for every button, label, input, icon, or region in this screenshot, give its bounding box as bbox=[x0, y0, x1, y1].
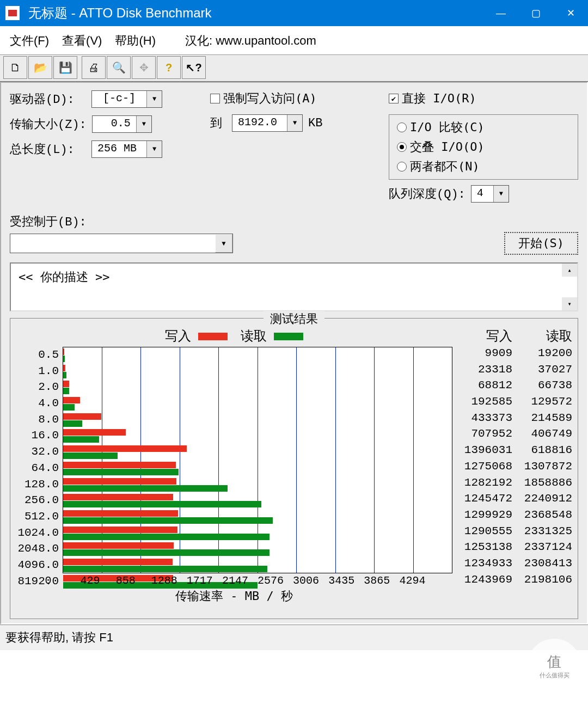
toolbar: 🗋 📂 💾 🖨 🔍 ✥ ? ↖? bbox=[0, 54, 588, 82]
chart-row: 1024.0 bbox=[63, 525, 452, 542]
value-row: 12349332308413 bbox=[452, 557, 572, 573]
help-icon[interactable]: ? bbox=[157, 56, 181, 79]
value-row: 12905552331325 bbox=[452, 525, 572, 541]
value-row: 12750681307872 bbox=[452, 460, 572, 476]
menubar: 文件(F) 查看(V) 帮助(H) 汉化: www.upantool.com bbox=[0, 26, 588, 54]
overlapped-io-radio[interactable]: 交叠 I/O(O) bbox=[397, 139, 485, 155]
chart-row: 512.0 bbox=[63, 509, 452, 525]
force-write-checkbox[interactable]: 强制写入访问(A) bbox=[210, 90, 317, 107]
value-row: 707952406749 bbox=[452, 427, 572, 444]
x-axis: 042985812881717214725763006343538654294 bbox=[63, 574, 452, 587]
transfer-size-label: 传输大小(Z): bbox=[10, 116, 87, 132]
values-column: 9909192002331837027688126673819258512957… bbox=[452, 347, 572, 604]
print-icon[interactable]: 🖨 bbox=[82, 56, 106, 79]
total-length-combo[interactable]: 256 MB ▼ bbox=[91, 140, 162, 158]
value-row: 12531382337124 bbox=[452, 541, 572, 557]
value-row: 12821921858886 bbox=[452, 476, 572, 493]
x-axis-label: 传输速率 - MB / 秒 bbox=[16, 588, 452, 604]
chart-row: 16.0 bbox=[63, 428, 452, 444]
results-frame: 测试结果 写入 读取 写入 读取 0.51.02. bbox=[10, 318, 578, 619]
chart-area: 0.51.02.04.08.016.032.064.0128.0256.0512… bbox=[63, 347, 452, 573]
controlled-by-label: 受控制于(B): bbox=[10, 213, 87, 230]
value-row: 192585129572 bbox=[452, 395, 572, 412]
values-header: 写入 读取 bbox=[452, 327, 572, 345]
direct-io-checkbox[interactable]: ✔ 直接 I/O(R) bbox=[389, 90, 476, 107]
chart-row: 1.0 bbox=[63, 364, 452, 380]
queue-depth-label: 队列深度(Q): bbox=[389, 186, 465, 202]
io-mode-group: I/O 比较(C) 交叠 I/O(O) 两者都不(N) bbox=[389, 114, 578, 180]
read-swatch-icon bbox=[274, 333, 303, 340]
chart-row: 2.0 bbox=[63, 380, 452, 396]
minimize-button[interactable]: — bbox=[483, 0, 518, 26]
chart-row: 32.0 bbox=[63, 444, 452, 461]
menu-view[interactable]: 查看(V) bbox=[62, 33, 102, 49]
value-row: 990919200 bbox=[452, 347, 572, 363]
chart-legend: 写入 读取 bbox=[16, 327, 452, 345]
neither-radio[interactable]: 两者都不(N) bbox=[397, 158, 480, 175]
open-icon[interactable]: 📂 bbox=[28, 56, 52, 79]
value-row: 1396031618816 bbox=[452, 444, 572, 460]
menu-file[interactable]: 文件(F) bbox=[10, 33, 49, 49]
chart-row: 8.0 bbox=[63, 412, 452, 429]
statusbar: 要获得帮助, 请按 F1 bbox=[0, 625, 588, 650]
io-compare-radio[interactable]: I/O 比较(C) bbox=[397, 119, 485, 136]
controlled-by-combo[interactable]: ▼ bbox=[10, 234, 233, 253]
kb-label: KB bbox=[308, 117, 324, 130]
value-row: 6881266738 bbox=[452, 379, 572, 395]
chevron-down-icon[interactable]: ▼ bbox=[287, 115, 302, 131]
app-icon bbox=[5, 6, 20, 20]
chevron-down-icon[interactable]: ▼ bbox=[215, 234, 232, 253]
window-title: 无标题 - ATTO Disk Benchmark bbox=[28, 4, 483, 22]
chevron-down-icon[interactable]: ▼ bbox=[146, 91, 162, 107]
menu-help[interactable]: 帮助(H) bbox=[115, 33, 156, 49]
chart-row: 64.0 bbox=[63, 461, 452, 477]
maximize-button[interactable]: ▢ bbox=[518, 0, 553, 26]
chevron-down-icon[interactable]: ▼ bbox=[493, 186, 509, 202]
new-icon[interactable]: 🗋 bbox=[3, 56, 27, 79]
chevron-down-icon[interactable]: ▼ bbox=[136, 116, 151, 132]
write-swatch-icon bbox=[198, 333, 228, 340]
results-title: 测试结果 bbox=[264, 311, 324, 327]
value-row: 12454722240912 bbox=[452, 492, 572, 509]
move-icon[interactable]: ✥ bbox=[132, 56, 156, 79]
start-button[interactable]: 开始(S) bbox=[504, 232, 578, 255]
settings-panel: 驱动器(D): [-c-] ▼ 传输大小(Z): 0.5 ▼ 总长度(L): 2… bbox=[0, 82, 588, 625]
chart-row: 128.0 bbox=[63, 477, 452, 493]
chart-row: 4096.0 bbox=[63, 558, 452, 574]
close-button[interactable]: ✕ bbox=[553, 0, 588, 26]
value-row: 12439692198106 bbox=[452, 573, 572, 590]
description-box[interactable]: << 你的描述 >> ▴ ▾ bbox=[10, 262, 578, 311]
transfer-to-combo[interactable]: 8192.0 ▼ bbox=[232, 114, 303, 132]
queue-depth-combo[interactable]: 4 ▼ bbox=[471, 185, 509, 203]
context-help-icon[interactable]: ↖? bbox=[182, 56, 206, 79]
scroll-down-icon[interactable]: ▾ bbox=[562, 297, 577, 310]
scroll-up-icon[interactable]: ▴ bbox=[562, 264, 577, 277]
value-row: 433373214589 bbox=[452, 412, 572, 428]
menu-credit: 汉化: www.upantool.com bbox=[185, 33, 316, 49]
chart-row: 4.0 bbox=[63, 396, 452, 412]
transfer-from-combo[interactable]: 0.5 ▼ bbox=[92, 115, 152, 133]
chevron-down-icon[interactable]: ▼ bbox=[146, 141, 162, 157]
to-label: 到 bbox=[210, 115, 226, 131]
value-row: 12999292368548 bbox=[452, 509, 572, 525]
chart-row: 0.5 bbox=[63, 347, 452, 364]
save-icon[interactable]: 💾 bbox=[53, 56, 77, 79]
chart-row: 2048.0 bbox=[63, 541, 452, 558]
titlebar: 无标题 - ATTO Disk Benchmark — ▢ ✕ bbox=[0, 0, 588, 26]
preview-icon[interactable]: 🔍 bbox=[107, 56, 131, 79]
chart-row: 256.0 bbox=[63, 493, 452, 509]
drive-combo[interactable]: [-c-] ▼ bbox=[91, 90, 162, 108]
drive-label: 驱动器(D): bbox=[10, 91, 86, 107]
total-length-label: 总长度(L): bbox=[10, 141, 86, 157]
value-row: 2331837027 bbox=[452, 363, 572, 380]
